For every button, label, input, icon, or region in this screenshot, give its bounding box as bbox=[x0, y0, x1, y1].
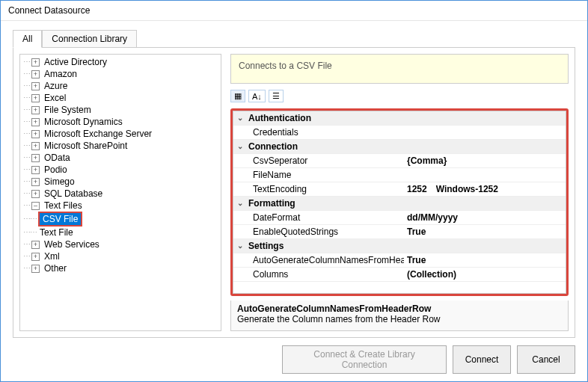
cancel-button[interactable]: Cancel bbox=[517, 345, 575, 374]
tree-item[interactable]: ⋯+OData bbox=[23, 152, 218, 164]
property-grid[interactable]: ⌄Authentication Credentials ⌄Connection … bbox=[233, 111, 566, 294]
expand-icon[interactable]: + bbox=[31, 154, 40, 162]
property-grid-highlight: ⌄Authentication Credentials ⌄Connection … bbox=[230, 108, 569, 296]
expand-icon[interactable]: + bbox=[31, 241, 40, 249]
expand-icon[interactable]: + bbox=[31, 253, 40, 261]
expand-icon[interactable]: + bbox=[31, 190, 40, 198]
window-title: Connect Datasource bbox=[1, 1, 587, 21]
prop-textencoding[interactable]: TextEncoding1252 Windows-1252 bbox=[233, 182, 566, 197]
expand-icon[interactable]: + bbox=[31, 94, 40, 102]
chevron-down-icon: ⌄ bbox=[233, 239, 247, 253]
tree-item[interactable]: ⋯+Amazon bbox=[23, 68, 218, 80]
expand-icon[interactable]: + bbox=[31, 58, 40, 67]
connect-create-library-button: Connect & Create Library Connection bbox=[282, 345, 447, 374]
expand-icon[interactable]: + bbox=[31, 106, 40, 114]
prop-csvseparator[interactable]: CsvSeperator{Comma} bbox=[233, 154, 566, 168]
category-settings[interactable]: ⌄Settings bbox=[233, 239, 566, 253]
category-formatting[interactable]: ⌄Formatting bbox=[233, 197, 566, 211]
category-connection[interactable]: ⌄Connection bbox=[233, 140, 566, 154]
description-box: Connects to a CSV File bbox=[230, 54, 569, 84]
property-help: AutoGenerateColumnNamesFromHeaderRow Gen… bbox=[230, 301, 569, 331]
tree-item[interactable]: ⋯+Web Services bbox=[23, 238, 218, 250]
expand-icon[interactable]: + bbox=[31, 82, 40, 90]
page-icon: ☰ bbox=[272, 91, 280, 101]
tree-item[interactable]: ⋯+Simego bbox=[23, 176, 218, 188]
tree-item[interactable]: ⋯+Other bbox=[23, 262, 218, 274]
propertygrid-toolbar: ▦ A↓ ☰ bbox=[230, 88, 569, 104]
property-help-title: AutoGenerateColumnNamesFromHeaderRow bbox=[237, 304, 562, 314]
chevron-down-icon: ⌄ bbox=[233, 197, 247, 210]
expand-icon[interactable]: + bbox=[31, 166, 40, 174]
expand-icon[interactable]: + bbox=[31, 130, 40, 138]
prop-enablequotedstrings[interactable]: EnableQuotedStringsTrue bbox=[233, 225, 566, 239]
expand-icon[interactable]: + bbox=[31, 265, 40, 273]
connect-button[interactable]: Connect bbox=[453, 345, 511, 374]
tree-item[interactable]: ⋯+SQL Database bbox=[23, 188, 218, 200]
details-panel: Connects to a CSV File ▦ A↓ ☰ ⌄Authentic… bbox=[230, 54, 569, 331]
categorized-button[interactable]: ▦ bbox=[230, 90, 245, 102]
expand-icon[interactable]: + bbox=[31, 142, 40, 150]
tree-item[interactable]: ⋯+Excel bbox=[23, 92, 218, 104]
tab-all[interactable]: All bbox=[13, 30, 42, 48]
categorized-icon: ▦ bbox=[234, 91, 242, 101]
tree-item[interactable]: ⋯+Azure bbox=[23, 80, 218, 92]
prop-dateformat[interactable]: DateFormatdd/MM/yyyy bbox=[233, 211, 566, 225]
prop-columns[interactable]: Columns(Collection) bbox=[233, 268, 566, 282]
dialog-window: Connect Datasource All Connection Librar… bbox=[0, 0, 588, 382]
sort-az-icon: A↓ bbox=[252, 92, 262, 101]
category-authentication[interactable]: ⌄Authentication bbox=[233, 111, 566, 126]
prop-filename[interactable]: FileName bbox=[233, 168, 566, 182]
prop-credentials[interactable]: Credentials bbox=[233, 126, 566, 140]
tree-item[interactable]: ⋯+Microsoft Exchange Server bbox=[23, 128, 218, 140]
expand-icon[interactable]: + bbox=[31, 118, 40, 126]
dialog-content: All Connection Library ⋯+Active Director… bbox=[1, 21, 587, 381]
tree-item[interactable]: ⋯+Podio bbox=[23, 164, 218, 176]
collapse-icon[interactable]: – bbox=[31, 202, 40, 210]
tree-item[interactable]: ⋯+Xml bbox=[23, 250, 218, 262]
tree-item[interactable]: ⋯+Active Directory bbox=[23, 56, 218, 68]
tree-item[interactable]: ⋯+Microsoft SharePoint bbox=[23, 140, 218, 152]
tree-item[interactable]: ⋯+File System bbox=[23, 104, 218, 116]
tree-item[interactable]: ⋯+Microsoft Dynamics bbox=[23, 116, 218, 128]
tree-item-csv-file[interactable]: ⋯⋯CSV File bbox=[23, 212, 218, 227]
toolbar-button[interactable]: ☰ bbox=[269, 90, 284, 102]
datasource-tree[interactable]: ⋯+Active Directory ⋯+Amazon ⋯+Azure ⋯+Ex… bbox=[19, 54, 221, 331]
dialog-buttons: Connect & Create Library Connection Conn… bbox=[13, 338, 575, 374]
tab-connection-library[interactable]: Connection Library bbox=[42, 30, 137, 48]
chevron-down-icon: ⌄ bbox=[233, 111, 247, 125]
expand-icon[interactable]: + bbox=[31, 178, 40, 186]
tab-strip: All Connection Library bbox=[13, 30, 575, 48]
tree-item-text-files[interactable]: ⋯–Text Files bbox=[23, 200, 218, 212]
alphabetical-button[interactable]: A↓ bbox=[248, 90, 266, 102]
prop-autogenerate[interactable]: AutoGenerateColumnNamesFromHeaderRowTrue bbox=[233, 253, 566, 268]
chevron-down-icon: ⌄ bbox=[233, 140, 247, 153]
property-help-text: Generate the Column names from the Heade… bbox=[237, 314, 562, 324]
expand-icon[interactable]: + bbox=[31, 70, 40, 78]
main-panels: ⋯+Active Directory ⋯+Amazon ⋯+Azure ⋯+Ex… bbox=[13, 47, 575, 338]
tree-item-text-file[interactable]: ⋯⋯Text File bbox=[23, 227, 218, 238]
